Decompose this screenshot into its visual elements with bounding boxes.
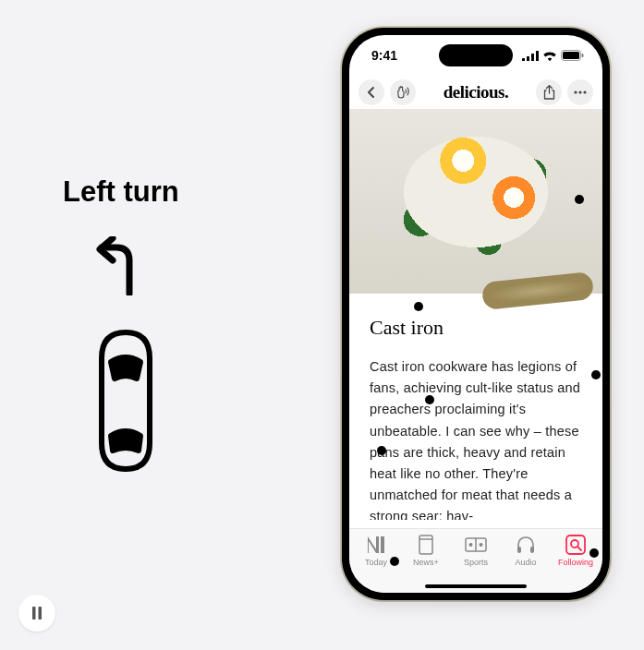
tab-newsplus[interactable]: News+	[401, 534, 451, 579]
touch-dot	[575, 195, 584, 204]
left-turn-arrow-icon	[92, 236, 248, 299]
tab-sports[interactable]: Sports	[451, 534, 501, 579]
iphone-screen: 9:41	[349, 35, 602, 593]
share-icon	[543, 85, 555, 100]
touch-dot	[390, 557, 399, 566]
tab-bar: Today News+ Sports Audio	[349, 528, 602, 593]
touch-dot	[414, 302, 423, 311]
headphones-icon	[515, 534, 537, 556]
article-content[interactable]: Cast iron Cast iron cookware has legions…	[349, 294, 602, 520]
svg-point-9	[574, 90, 577, 93]
touch-dot	[589, 548, 599, 558]
left-info-panel: Left turn	[63, 175, 248, 478]
sports-scoreboard-icon	[465, 534, 487, 556]
tab-label: Following	[558, 558, 593, 567]
tab-label: Sports	[464, 558, 488, 567]
tab-label: Audio	[515, 558, 536, 567]
dynamic-island	[439, 44, 513, 66]
article-hero-image	[349, 109, 602, 294]
back-button[interactable]	[358, 79, 384, 105]
tab-audio[interactable]: Audio	[501, 534, 551, 579]
newsplus-icon	[415, 534, 437, 556]
svg-point-17	[480, 543, 483, 547]
svg-rect-8	[582, 54, 584, 57]
following-search-icon	[565, 534, 587, 556]
svg-rect-0	[32, 607, 36, 620]
svg-rect-4	[531, 54, 534, 61]
tab-label: Today	[365, 558, 387, 567]
left-turn-label: Left turn	[63, 175, 248, 209]
svg-rect-12	[419, 536, 432, 554]
pause-icon	[31, 607, 43, 620]
svg-rect-3	[527, 56, 529, 61]
speak-hand-icon	[395, 86, 410, 99]
more-button[interactable]	[567, 79, 593, 105]
touch-dot	[425, 395, 434, 404]
article-body: Cast iron cookware has legions of fans, …	[370, 356, 582, 520]
article-title: Cast iron	[370, 316, 582, 340]
wifi-icon	[542, 51, 557, 61]
svg-point-16	[469, 543, 473, 547]
pause-button[interactable]	[18, 595, 55, 632]
touch-dot	[591, 370, 601, 379]
today-news-icon	[365, 534, 387, 556]
svg-rect-5	[536, 51, 539, 61]
cellular-icon	[522, 51, 539, 61]
share-button[interactable]	[536, 79, 562, 105]
speak-selection-button[interactable]	[390, 79, 416, 105]
ellipsis-icon	[574, 90, 587, 94]
svg-rect-18	[517, 547, 521, 553]
battery-icon	[561, 50, 584, 61]
iphone-frame: 9:41	[342, 28, 610, 600]
svg-rect-19	[530, 547, 534, 553]
svg-rect-2	[522, 58, 525, 61]
article-top-nav: delicious.	[349, 76, 602, 109]
tab-label: News+	[413, 558, 439, 567]
svg-line-22	[577, 547, 581, 550]
svg-rect-1	[39, 607, 43, 620]
status-time: 9:41	[371, 48, 397, 63]
car-top-icon	[89, 327, 248, 478]
chevron-left-icon	[367, 86, 376, 99]
svg-rect-20	[566, 536, 585, 554]
home-indicator[interactable]	[425, 584, 527, 588]
touch-dot	[377, 446, 386, 455]
publication-title: delicious.	[421, 82, 530, 102]
svg-rect-7	[563, 52, 579, 59]
svg-point-10	[578, 90, 581, 93]
svg-point-11	[583, 90, 586, 93]
